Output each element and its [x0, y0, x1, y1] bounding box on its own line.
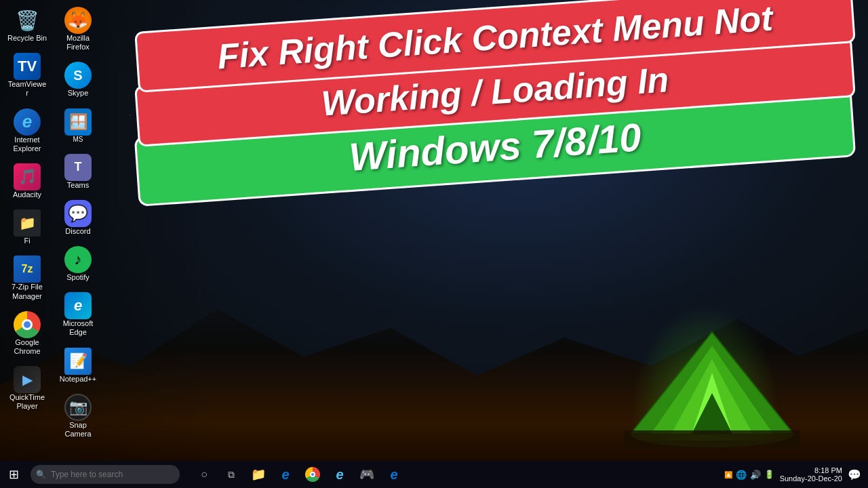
desktop-icon-teams[interactable]: T Teams [54, 150, 102, 193]
desktop-icon-internet-explorer[interactable]: e Internet Explorer [3, 105, 51, 157]
title-cards-container: Fix Right Click Context Menu Not Working… [136, 7, 854, 182]
desktop-icon-snap-camera[interactable]: 📷 Snap Camera [54, 390, 102, 442]
search-icon: 🔍 [36, 470, 46, 479]
desktop-icon-edge[interactable]: e Microsoft Edge [54, 289, 102, 340]
cortana-icon[interactable]: ○ [193, 464, 215, 485]
tray-sound-icon[interactable]: 🔊 [750, 470, 761, 480]
start-icon: ⊞ [9, 467, 19, 482]
skype-label: Skype [68, 89, 89, 98]
system-clock[interactable]: 8:18 PM Sunday-20-Dec-20 [780, 466, 842, 483]
recycle-bin-icon: 🗑️ [14, 7, 41, 34]
tray-network-icon[interactable]: 🌐 [736, 470, 747, 480]
clock-date: Sunday-20-Dec-20 [780, 474, 842, 483]
desktop-icon-spotify[interactable]: ♪ Spotify [54, 243, 102, 285]
notification-icon[interactable]: 💬 [848, 468, 861, 481]
audacity-label: Audacity [13, 190, 41, 199]
desktop-icon-firefox[interactable]: 🦊 Mozilla Firefox [54, 3, 102, 55]
system-tray: 🔼 🌐 🔊 🔋 [724, 470, 774, 480]
skype-icon: S [64, 62, 92, 89]
search-wrapper: 🔍 [31, 465, 180, 484]
spotify-label: Spotify [66, 273, 90, 282]
edge-taskbar[interactable]: e [275, 464, 296, 485]
teams-icon: T [64, 154, 92, 181]
fi-label: Fi [24, 237, 30, 245]
edge-label: Microsoft Edge [58, 319, 98, 337]
chrome-taskbar[interactable] [302, 464, 323, 485]
tray-expand-icon[interactable]: 🔼 [724, 471, 732, 479]
taskbar: ⊞ 🔍 ○ ⧉ 📁 e e 🎮 e 🔼 🌐 🔊 🔋 8:18 PM Sunday… [0, 461, 868, 488]
tent-illustration [624, 298, 800, 447]
taskbar-middle-icons: ○ ⧉ 📁 e e 🎮 e [193, 464, 405, 485]
ms-label: MS [73, 136, 83, 144]
notepad-icon: 📝 [64, 348, 92, 375]
ms-icon: 🪟 [64, 108, 92, 136]
teamviewer-icon: TV [14, 53, 41, 80]
discord-icon: 💬 [64, 200, 92, 227]
desktop-icons-container: 🗑️ Recycle Bin TV TeamViewer e Internet … [3, 3, 98, 451]
teamviewer-label: TeamViewer [7, 80, 47, 98]
taskbar-right: 🔼 🌐 🔊 🔋 8:18 PM Sunday-20-Dec-20 💬 [724, 466, 868, 483]
7zip-icon: 7z [14, 256, 41, 283]
steam-taskbar[interactable]: 🎮 [356, 464, 378, 485]
chrome-icon [14, 311, 41, 338]
task-view-icon[interactable]: ⧉ [220, 464, 242, 485]
svg-rect-6 [624, 430, 800, 447]
audacity-icon: 🎵 [14, 163, 41, 190]
desktop-icon-7zip[interactable]: 7z 7-Zip File Manager [3, 252, 51, 304]
chrome-label: Google Chrome [7, 338, 47, 356]
snap-icon: 📷 [64, 394, 92, 421]
desktop-icon-skype[interactable]: S Skype [54, 58, 102, 101]
desktop-icon-chrome[interactable]: Google Chrome [3, 308, 51, 359]
firefox-label: Mozilla Firefox [58, 34, 98, 52]
file-explorer-taskbar[interactable]: 📁 [248, 464, 269, 485]
desktop-icon-teamviewer[interactable]: TV TeamViewer [3, 49, 51, 101]
discord-label: Discord [65, 227, 90, 236]
desktop-icon-discord[interactable]: 💬 Discord [54, 197, 102, 239]
tray-battery-icon[interactable]: 🔋 [764, 470, 774, 479]
clock-time: 8:18 PM [780, 466, 842, 474]
quicktime-label: QuickTime Player [7, 393, 47, 411]
desktop-icon-quicktime[interactable]: ▶ QuickTime Player [3, 363, 51, 414]
ie-icon: e [14, 108, 41, 136]
spotify-icon: ♪ [64, 246, 92, 273]
ie-label: Internet Explorer [7, 136, 47, 153]
desktop-icon-notepad[interactable]: 📝 Notepad++ [54, 344, 102, 387]
edge2-taskbar[interactable]: e [383, 464, 405, 485]
quicktime-icon: ▶ [14, 366, 41, 393]
teams-label: Teams [67, 181, 89, 190]
desktop-icon-recycle-bin[interactable]: 🗑️ Recycle Bin [3, 3, 51, 46]
recycle-bin-label: Recycle Bin [7, 34, 47, 43]
desktop-icon-ms[interactable]: 🪟 MS [54, 105, 102, 147]
search-input[interactable] [31, 465, 180, 484]
7zip-label: 7-Zip File Manager [7, 283, 47, 300]
notepad-label: Notepad++ [60, 375, 96, 384]
ie-taskbar[interactable]: e [329, 464, 351, 485]
firefox-icon: 🦊 [64, 7, 92, 34]
edge-icon: e [64, 292, 92, 319]
desktop-icon-audacity[interactable]: 🎵 Audacity [3, 160, 51, 203]
start-button[interactable]: ⊞ [0, 461, 27, 488]
fi-icon: 📁 [14, 209, 41, 237]
desktop: 🗑️ Recycle Bin TV TeamViewer e Internet … [0, 0, 868, 461]
snap-label: Snap Camera [58, 421, 98, 439]
desktop-icon-unknown-fi[interactable]: 📁 Fi [3, 206, 51, 249]
